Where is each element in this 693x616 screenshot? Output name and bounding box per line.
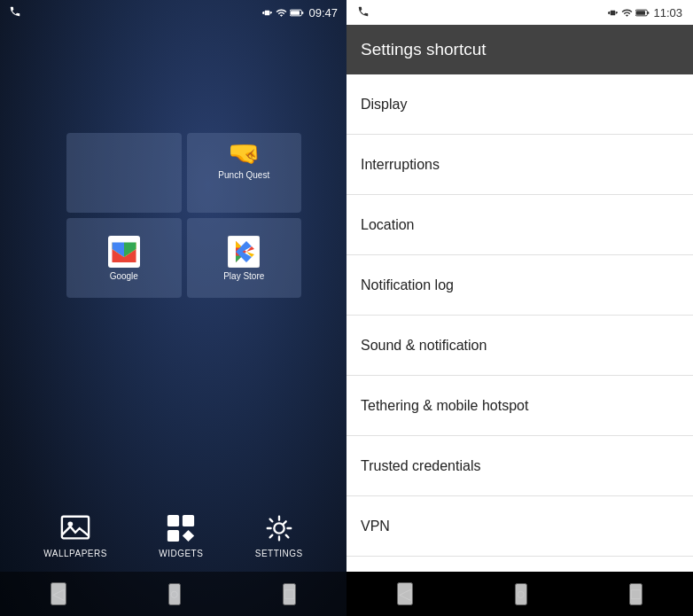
back-button-left[interactable]: ◁ [51, 582, 66, 605]
widgets-icon [166, 513, 196, 543]
menu-item-tethering-label: Tethering & mobile hotspot [361, 398, 528, 414]
svg-marker-10 [183, 530, 194, 542]
status-icons-left [261, 7, 304, 19]
widgets-label: WIDGETS [159, 549, 203, 558]
playstore-label: Play Store [223, 271, 264, 281]
status-time-right: 11:03 [607, 6, 682, 19]
menu-item-vpn[interactable]: VPN [346, 496, 693, 557]
punch-quest-label: Punch Quest [218, 170, 269, 180]
status-icons-right [607, 7, 650, 19]
svg-rect-9 [167, 530, 179, 542]
nav-bar-left: ◁ ○ □ [0, 572, 346, 616]
right-panel: 11:03 Settings shortcut Display Interrup… [346, 0, 693, 616]
google-label: Google [110, 271, 138, 281]
time-display-right: 11:03 [653, 6, 682, 19]
settings-icon [264, 513, 294, 543]
home-button-right[interactable]: ○ [515, 583, 528, 605]
wallpaper-icon [60, 513, 90, 543]
svg-rect-2 [291, 11, 300, 15]
playstore-icon [228, 236, 260, 268]
menu-item-sound-notification-label: Sound & notification [361, 338, 487, 354]
status-time-left: 09:47 [261, 6, 338, 19]
wallpapers-label: WALLPAPERS [43, 549, 107, 558]
punch-quest-icon: 🤜 [228, 140, 261, 167]
menu-item-location[interactable]: Location [346, 195, 693, 255]
menu-item-display[interactable]: Display [346, 74, 693, 135]
menu-item-location-label: Location [361, 217, 415, 233]
svg-rect-1 [302, 12, 304, 14]
status-bar-left: 09:47 [0, 0, 346, 25]
phone-icon-right [357, 5, 370, 20]
svg-rect-13 [636, 11, 645, 15]
menu-item-trusted-credentials-label: Trusted credentials [361, 458, 480, 474]
settings-dock-label: SETTINGS [255, 549, 303, 558]
dock-wallpapers[interactable]: WALLPAPERS [43, 513, 107, 558]
settings-header: Settings shortcut [346, 25, 693, 74]
menu-item-trusted-credentials[interactable]: Trusted credentials [346, 436, 693, 496]
svg-rect-5 [62, 517, 89, 539]
back-button-right[interactable]: ◁ [397, 582, 413, 605]
settings-header-title: Settings shortcut [361, 40, 487, 59]
menu-item-tethering[interactable]: Tethering & mobile hotspot [346, 376, 693, 436]
app-cell-playstore[interactable]: Play Store [187, 218, 302, 298]
svg-rect-12 [648, 12, 650, 14]
app-grid: 🤜 Punch Quest Google [66, 133, 301, 298]
menu-item-interruptions[interactable]: Interruptions [346, 135, 693, 195]
app-cell-punch-quest[interactable]: 🤜 Punch Quest [187, 133, 302, 213]
phone-icon [9, 5, 21, 20]
gmail-icon [108, 236, 140, 268]
menu-item-vpn-label: VPN [361, 519, 390, 534]
time-display-left: 09:47 [308, 6, 338, 19]
recents-button-right[interactable]: □ [629, 583, 642, 605]
left-panel: 09:47 🤜 Punch Quest Google [0, 0, 346, 616]
app-cell-empty[interactable] [66, 133, 182, 213]
recents-button-left[interactable]: □ [283, 583, 296, 605]
menu-item-notification-log[interactable]: Notification log [346, 255, 693, 316]
bottom-dock: WALLPAPERS WIDGETS SETTINGS [0, 504, 346, 567]
nav-bar-right: ◁ ○ □ [346, 572, 693, 616]
dock-settings[interactable]: SETTINGS [255, 513, 303, 558]
app-cell-google[interactable]: Google [66, 218, 182, 298]
menu-item-notification-log-label: Notification log [361, 277, 454, 293]
menu-item-display-label: Display [361, 97, 407, 113]
settings-menu-list: Display Interruptions Location Notificat… [346, 74, 693, 572]
menu-item-sound-notification[interactable]: Sound & notification [346, 316, 693, 376]
status-bar-right: 11:03 [346, 0, 693, 25]
svg-rect-7 [167, 515, 179, 526]
dock-widgets[interactable]: WIDGETS [159, 513, 203, 558]
home-button-left[interactable]: ○ [168, 583, 182, 605]
svg-rect-8 [183, 515, 194, 526]
menu-item-interruptions-label: Interruptions [361, 157, 440, 173]
